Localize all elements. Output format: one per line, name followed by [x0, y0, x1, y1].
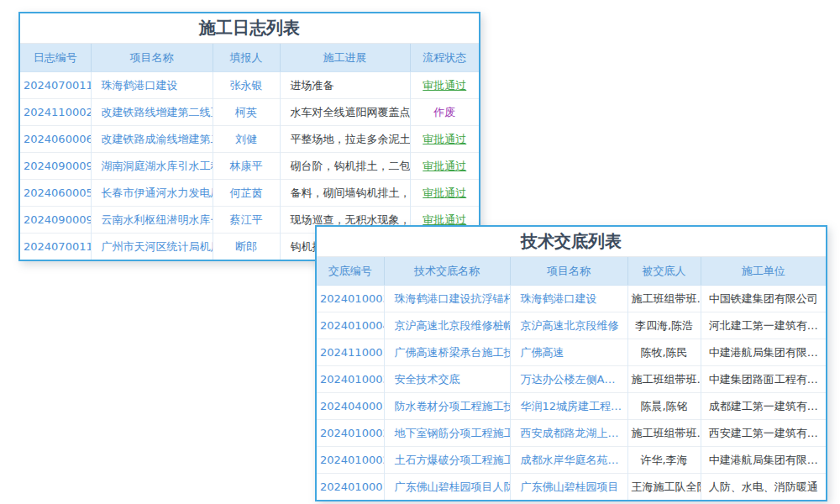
disclosure-unit-text: 中国铁建集团有限公司 [701, 286, 826, 312]
column-header: 日志编号 [20, 44, 91, 72]
disclosure-recipients-text: 王海施工队全队 [627, 474, 701, 501]
column-header: 技术交底名称 [384, 257, 510, 286]
construction-log-panel: 施工日志列表 日志编号项目名称填报人施工进展流程状态 2024070011珠海鹤… [18, 12, 480, 261]
log-id-link[interactable]: 2024070011 [20, 72, 91, 99]
column-header: 被交底人 [627, 257, 701, 286]
log-status-link[interactable]: 审批通过 [410, 180, 479, 207]
log-project-link[interactable]: 湖南洞庭湖水库引水工程… [91, 153, 213, 180]
disclosure-id-link[interactable]: 2024110001 [317, 339, 384, 366]
construction-log-title: 施工日志列表 [20, 13, 479, 44]
technical-disclosure-title: 技术交底列表 [317, 227, 826, 257]
disclosure-recipients-text: 许华,李海 [627, 447, 701, 474]
disclosure-name-link[interactable]: 地下室钢筋分项工程施工… [384, 420, 510, 447]
technical-disclosure-table: 交底编号技术交底名称项目名称被交底人施工单位 2024010003珠海鹤港口建设… [317, 257, 826, 500]
disclosure-recipients-text: 施工班组带班… [627, 286, 701, 312]
table-row: 2024010002土石方爆破分项工程施工…成都水岸华庭名苑…许华,李海中建港航… [317, 447, 826, 474]
log-status-link: 作废 [410, 99, 479, 126]
log-progress-text: 水车对全线遮阳网覆盖点进… [280, 99, 410, 126]
log-id-link[interactable]: 2024090009 [20, 207, 91, 234]
log-status-link[interactable]: 审批通过 [410, 72, 479, 99]
column-header: 施工进展 [280, 44, 410, 72]
disclosure-name-link[interactable]: 广东佛山碧桂园项目人防… [384, 474, 510, 501]
disclosure-unit-text: 中建港航局集团有限… [701, 447, 826, 474]
log-id-link[interactable]: 2024060006 [20, 126, 91, 153]
disclosure-id-link[interactable]: 2024010002 [317, 447, 384, 474]
disclosure-unit-text: 中建集团路面工程有… [701, 366, 826, 393]
disclosure-id-link[interactable]: 2024010002 [317, 420, 384, 447]
disclosure-unit-text: 人防、水电、消防暖通 [701, 474, 826, 501]
log-reporter-link[interactable]: 断郎 [213, 234, 280, 260]
log-reporter-link[interactable]: 柯英 [213, 99, 280, 126]
log-id-link[interactable]: 2024070011 [20, 234, 91, 260]
disclosure-project-link[interactable]: 西安成都路龙湖上… [510, 420, 627, 447]
log-project-link[interactable]: 云南水利枢纽潜明水库一… [91, 207, 213, 234]
table-row: 2024110001广佛高速桥梁承台施工技…广佛高速陈牧,陈民中建港航局集团有限… [317, 339, 826, 366]
log-reporter-link[interactable]: 张永银 [213, 72, 280, 99]
table-row: 2024040001防水卷材分项工程施工技…华润12城房建工程…陈晨,陈铭成都建… [317, 393, 826, 420]
column-header: 项目名称 [91, 44, 213, 72]
disclosure-recipients-text: 李四海,陈浩 [627, 312, 701, 339]
disclosure-recipients-text: 陈牧,陈民 [627, 339, 701, 366]
disclosure-project-link[interactable]: 华润12城房建工程… [510, 393, 627, 420]
disclosure-id-link[interactable]: 2024010003 [317, 366, 384, 393]
log-reporter-link[interactable]: 何芷茵 [213, 180, 280, 207]
disclosure-recipients-text: 施工班组带班… [627, 420, 701, 447]
log-project-link[interactable]: 广州市天河区统计局机房… [91, 234, 213, 260]
technical-disclosure-header-row: 交底编号技术交底名称项目名称被交底人施工单位 [317, 257, 826, 286]
disclosure-project-link[interactable]: 成都水岸华庭名苑… [510, 447, 627, 474]
log-project-link[interactable]: 珠海鹤港口建设 [91, 72, 213, 99]
technical-disclosure-panel: 技术交底列表 交底编号技术交底名称项目名称被交底人施工单位 2024010003… [315, 225, 827, 501]
column-header: 施工单位 [701, 257, 826, 286]
disclosure-recipients-text: 陈晨,陈铭 [627, 393, 701, 420]
log-id-link[interactable]: 2024060005 [20, 180, 91, 207]
disclosure-name-link[interactable]: 土石方爆破分项工程施工… [384, 447, 510, 474]
log-reporter-link[interactable]: 刘健 [213, 126, 280, 153]
disclosure-name-link[interactable]: 防水卷材分项工程施工技… [384, 393, 510, 420]
log-project-link[interactable]: 改建铁路成渝线增建第二… [91, 126, 213, 153]
table-row: 2024010001广东佛山碧桂园项目人防…广东佛山碧桂园项目王海施工队全队人防… [317, 474, 826, 501]
technical-disclosure-body: 2024010003珠海鹤港口建设抗浮锚杆…珠海鹤港口建设施工班组带班…中国铁建… [317, 286, 826, 501]
disclosure-project-link[interactable]: 珠海鹤港口建设 [510, 286, 627, 312]
log-id-link[interactable]: 2024110002 [20, 99, 91, 126]
disclosure-id-link[interactable]: 2024010003 [317, 286, 384, 312]
disclosure-project-link[interactable]: 广东佛山碧桂园项目 [510, 474, 627, 501]
table-row: 2024010003安全技术交底万达办公楼左侧A…施工班组带班…中建集团路面工程… [317, 366, 826, 393]
table-row: 2024060006改建铁路成渝线增建第二…刘健平整场地，拉走多余泥土15…审批… [20, 126, 479, 153]
log-progress-text: 砌台阶，钩机排土，二包砌… [280, 153, 410, 180]
log-status-link[interactable]: 审批通过 [410, 126, 479, 153]
disclosure-unit-text: 河北建工第一建筑有… [701, 312, 826, 339]
construction-log-header-row: 日志编号项目名称填报人施工进展流程状态 [20, 44, 479, 72]
column-header: 流程状态 [410, 44, 479, 72]
log-status-link[interactable]: 审批通过 [410, 153, 479, 180]
disclosure-unit-text: 成都建工第一建筑有… [701, 393, 826, 420]
log-project-link[interactable]: 改建铁路线增建第二线直… [91, 99, 213, 126]
disclosure-id-link[interactable]: 2024010001 [317, 474, 384, 501]
disclosure-name-link[interactable]: 珠海鹤港口建设抗浮锚杆… [384, 286, 510, 312]
table-row: 2024110002改建铁路线增建第二线直…柯英水车对全线遮阳网覆盖点进…作废 [20, 99, 479, 126]
disclosure-project-link[interactable]: 万达办公楼左侧A… [510, 366, 627, 393]
log-progress-text: 备料，砌间墙钩机排土，瓦… [280, 180, 410, 207]
log-project-link[interactable]: 长春市伊通河水力发电厂… [91, 180, 213, 207]
disclosure-id-link[interactable]: 2024040001 [317, 393, 384, 420]
disclosure-name-link[interactable]: 广佛高速桥梁承台施工技… [384, 339, 510, 366]
disclosure-name-link[interactable]: 安全技术交底 [384, 366, 510, 393]
column-header: 交底编号 [317, 257, 384, 286]
disclosure-project-link[interactable]: 京沪高速北京段维修 [510, 312, 627, 339]
table-row: 2024070011珠海鹤港口建设张永银进场准备审批通过 [20, 72, 479, 99]
disclosure-unit-text: 中建港航局集团有限… [701, 339, 826, 366]
disclosure-unit-text: 西安建工第一建筑有… [701, 420, 826, 447]
table-row: 2024010004京沪高速北京段维修桩帽…京沪高速北京段维修李四海,陈浩河北建… [317, 312, 826, 339]
column-header: 填报人 [213, 44, 280, 72]
log-progress-text: 平整场地，拉走多余泥土15… [280, 126, 410, 153]
table-row: 2024010002地下室钢筋分项工程施工…西安成都路龙湖上…施工班组带班…西安… [317, 420, 826, 447]
table-row: 2024010003珠海鹤港口建设抗浮锚杆…珠海鹤港口建设施工班组带班…中国铁建… [317, 286, 826, 312]
disclosure-project-link[interactable]: 广佛高速 [510, 339, 627, 366]
disclosure-name-link[interactable]: 京沪高速北京段维修桩帽… [384, 312, 510, 339]
log-progress-text: 进场准备 [280, 72, 410, 99]
log-reporter-link[interactable]: 蔡江平 [213, 207, 280, 234]
disclosure-recipients-text: 施工班组带班… [627, 366, 701, 393]
disclosure-id-link[interactable]: 2024010004 [317, 312, 384, 339]
log-reporter-link[interactable]: 林康平 [213, 153, 280, 180]
table-row: 2024090009湖南洞庭湖水库引水工程…林康平砌台阶，钩机排土，二包砌…审批… [20, 153, 479, 180]
log-id-link[interactable]: 2024090009 [20, 153, 91, 180]
